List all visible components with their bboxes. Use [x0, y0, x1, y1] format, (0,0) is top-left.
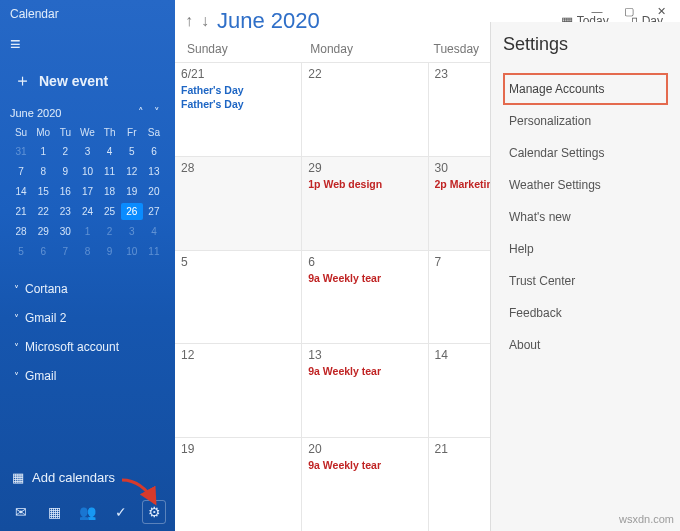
day-cell[interactable]: 139a Weekly tear	[301, 343, 427, 437]
mini-day[interactable]: 30	[54, 223, 76, 240]
mini-day[interactable]: 14	[10, 183, 32, 200]
mini-day[interactable]: 15	[32, 183, 54, 200]
mini-dow: Th	[99, 125, 121, 140]
settings-item[interactable]: Feedback	[503, 297, 668, 329]
people-icon[interactable]: 👥	[77, 501, 99, 523]
mini-day[interactable]: 29	[32, 223, 54, 240]
account-label: Gmail	[25, 369, 56, 383]
event[interactable]: 1p Web design	[308, 178, 421, 190]
mini-day[interactable]: 6	[32, 243, 54, 260]
mini-day[interactable]: 21	[10, 203, 32, 220]
day-cell[interactable]: 209a Weekly tear	[301, 437, 427, 531]
mini-day[interactable]: 11	[99, 163, 121, 180]
mini-day[interactable]: 31	[10, 143, 32, 160]
mini-day[interactable]: 7	[54, 243, 76, 260]
maximize-button[interactable]: ▢	[614, 1, 644, 21]
mini-day[interactable]: 24	[76, 203, 98, 220]
mini-day[interactable]: 17	[76, 183, 98, 200]
day-cell[interactable]: 22	[301, 62, 427, 156]
prev-month-icon[interactable]: ↑	[185, 12, 193, 30]
mini-day[interactable]: 28	[10, 223, 32, 240]
day-cell[interactable]: 12	[175, 343, 301, 437]
mini-day[interactable]: 2	[99, 223, 121, 240]
mini-day[interactable]: 9	[99, 243, 121, 260]
event[interactable]: 9a Weekly tear	[308, 459, 421, 471]
mini-day[interactable]: 10	[76, 163, 98, 180]
event[interactable]: 9a Weekly tear	[308, 365, 421, 377]
settings-item[interactable]: Help	[503, 233, 668, 265]
mini-day[interactable]: 16	[54, 183, 76, 200]
settings-item[interactable]: Weather Settings	[503, 169, 668, 201]
day-cell[interactable]: 19	[175, 437, 301, 531]
calendar-icon[interactable]: ▦	[43, 501, 65, 523]
event[interactable]: Father's Day	[181, 98, 295, 110]
watermark: wsxdn.com	[619, 513, 674, 525]
day-number: 5	[181, 255, 295, 269]
settings-title: Settings	[503, 34, 668, 55]
event[interactable]: Father's Day	[181, 84, 295, 96]
account-item[interactable]: ˅Cortana	[6, 276, 169, 302]
mini-day[interactable]: 4	[99, 143, 121, 160]
mini-day[interactable]: 9	[54, 163, 76, 180]
mini-day[interactable]: 12	[121, 163, 143, 180]
next-month-icon[interactable]: ↓	[201, 12, 209, 30]
event[interactable]: 9a Weekly tear	[308, 272, 421, 284]
settings-item[interactable]: Trust Center	[503, 265, 668, 297]
day-cell[interactable]: 291p Web design	[301, 156, 427, 250]
mini-day[interactable]: 27	[143, 203, 165, 220]
mini-day[interactable]: 26	[121, 203, 143, 220]
account-item[interactable]: ˅Microsoft account	[6, 334, 169, 360]
mini-day[interactable]: 20	[143, 183, 165, 200]
day-number: 12	[181, 348, 295, 362]
day-cell[interactable]: 69a Weekly tear	[301, 250, 427, 344]
close-button[interactable]: ✕	[646, 1, 676, 21]
mini-day[interactable]: 13	[143, 163, 165, 180]
mail-icon[interactable]: ✉	[10, 501, 32, 523]
mini-day[interactable]: 8	[32, 163, 54, 180]
mini-day[interactable]: 10	[121, 243, 143, 260]
day-cell[interactable]: 6/21Father's DayFather's Day	[175, 62, 301, 156]
mini-day[interactable]: 19	[121, 183, 143, 200]
mini-day[interactable]: 1	[32, 143, 54, 160]
account-label: Gmail 2	[25, 311, 66, 325]
settings-item[interactable]: About	[503, 329, 668, 361]
mini-day[interactable]: 5	[10, 243, 32, 260]
minimize-button[interactable]: —	[582, 1, 612, 21]
mini-next-icon[interactable]: ˅	[149, 106, 165, 119]
mini-dow: Mo	[32, 125, 54, 140]
mini-day[interactable]: 8	[76, 243, 98, 260]
mini-day[interactable]: 4	[143, 223, 165, 240]
settings-item[interactable]: Manage Accounts	[503, 73, 668, 105]
settings-item[interactable]: Calendar Settings	[503, 137, 668, 169]
app-title-row: Calendar	[0, 0, 175, 28]
menu-icon[interactable]: ≡	[0, 28, 175, 61]
mini-day[interactable]: 7	[10, 163, 32, 180]
mini-day[interactable]: 22	[32, 203, 54, 220]
mini-day[interactable]: 2	[54, 143, 76, 160]
mini-prev-icon[interactable]: ˄	[133, 106, 149, 119]
settings-item[interactable]: What's new	[503, 201, 668, 233]
mini-day[interactable]: 25	[99, 203, 121, 220]
new-event-button[interactable]: ＋ New event	[0, 61, 175, 106]
add-calendars-button[interactable]: ▦ Add calendars	[0, 460, 175, 495]
account-item[interactable]: ˅Gmail 2	[6, 305, 169, 331]
day-number: 28	[181, 161, 295, 175]
mini-day[interactable]: 3	[121, 223, 143, 240]
mini-day[interactable]: 23	[54, 203, 76, 220]
mini-day[interactable]: 18	[99, 183, 121, 200]
settings-item[interactable]: Personalization	[503, 105, 668, 137]
calendar-accounts: ˅Cortana˅Gmail 2˅Microsoft account˅Gmail	[0, 268, 175, 397]
mini-day[interactable]: 5	[121, 143, 143, 160]
mini-day[interactable]: 11	[143, 243, 165, 260]
mini-day[interactable]: 1	[76, 223, 98, 240]
day-cell[interactable]: 28	[175, 156, 301, 250]
new-event-label: New event	[39, 73, 108, 89]
bottom-icon-bar: ✉ ▦ 👥 ✓ ⚙	[0, 495, 175, 531]
mini-day[interactable]: 6	[143, 143, 165, 160]
mini-day[interactable]: 3	[76, 143, 98, 160]
todo-icon[interactable]: ✓	[110, 501, 132, 523]
mini-dow: Tu	[54, 125, 76, 140]
account-item[interactable]: ˅Gmail	[6, 363, 169, 389]
settings-gear-icon[interactable]: ⚙	[143, 501, 165, 523]
day-cell[interactable]: 5	[175, 250, 301, 344]
